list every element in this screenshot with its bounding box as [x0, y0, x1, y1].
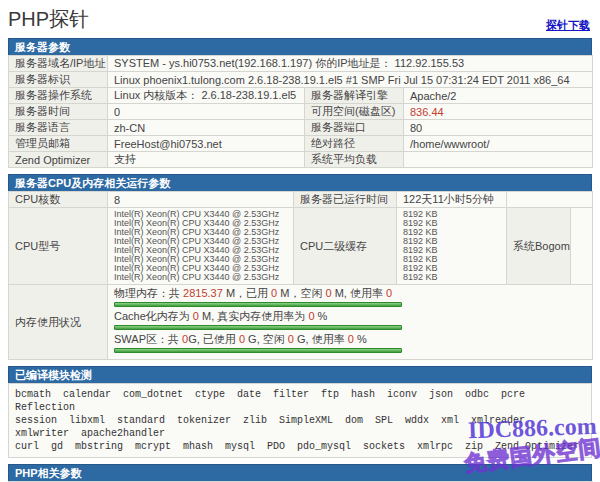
section-php-params: PHP相关参数 PHP信息（phpinfo）： PHPINFO PHP版本（ph…	[8, 464, 592, 482]
row-value: Apache/2	[404, 88, 593, 104]
row-value: 80	[404, 120, 593, 136]
row-label: 服务器域名/IP地址	[9, 56, 108, 72]
row-label: 服务器语言	[9, 120, 108, 136]
row-value: Linux 内核版本： 2.6.18-238.19.1.el5	[108, 88, 305, 104]
table-row: 服务器语言 zh-CN 服务器端口 80	[9, 120, 593, 136]
memory-stat-line: SWAP区：共 0G, 已使用 0 G, 空闲 0 G, 使用率 0 %	[114, 333, 586, 346]
memory-usage-bar	[114, 325, 402, 330]
row-value-empty	[571, 208, 593, 285]
server-params-table: 服务器域名/IP地址 SYSTEM - ys.hi0753.net(192.16…	[8, 55, 593, 168]
table-row: 服务器域名/IP地址 SYSTEM - ys.hi0753.net(192.16…	[9, 56, 593, 72]
row-value: 8	[108, 192, 294, 208]
table-row: Zend Optimizer 支持 系统平均负载	[9, 152, 593, 168]
table-row: 服务器标识 Linux phoenix1.tulong.com 2.6.18-2…	[9, 72, 593, 88]
memory-usage-bar	[114, 302, 402, 307]
row-label: Zend Optimizer	[9, 152, 108, 168]
section-modules: 已编译模块检测 bcmath calendar com_dotnet ctype…	[8, 366, 592, 458]
table-row: 管理员邮箱 FreeHost@hi0753.net 绝对路径 /home/www…	[9, 136, 593, 152]
table-row: 服务器操作系统 Linux 内核版本： 2.6.18-238.19.1.el5 …	[9, 88, 593, 104]
row-value: SYSTEM - ys.hi0753.net(192.168.1.197) 你的…	[108, 56, 593, 72]
row-label: 服务器标识	[9, 72, 108, 88]
row-label: 可用空间(磁盘区)	[305, 104, 404, 120]
row-label: CPU核数	[9, 192, 108, 208]
table-row: 服务器时间 0 可用空间(磁盘区) 836.44	[9, 104, 593, 120]
row-value	[404, 152, 593, 168]
section-modules-title: 已编译模块检测	[8, 366, 592, 383]
cpu-cache-list: 8192 KB8192 KB8192 KB8192 KB8192 KB8192 …	[403, 210, 500, 282]
section-server-params-title: 服务器参数	[8, 38, 592, 55]
row-value: Linux phoenix1.tulong.com 2.6.18-238.19.…	[108, 72, 593, 88]
module-list-line: bcmath calendar com_dotnet ctype date fi…	[15, 388, 585, 414]
module-list-line: session libxml standard tokenizer zlib S…	[15, 414, 585, 440]
row-value: 0	[108, 104, 305, 120]
topbar: PHP探针 探针下载	[8, 0, 592, 38]
row-label: 服务器端口	[305, 120, 404, 136]
row-value: 836.44	[404, 104, 593, 120]
row-label: 服务器已运行时间	[294, 192, 397, 208]
row-value: FreeHost@hi0753.net	[108, 136, 305, 152]
probe-download-link[interactable]: 探针下载	[546, 18, 590, 33]
memory-stat-line: 物理内存：共 2815.37 M，已用 0 M，空闲 0 M, 使用率 0	[114, 287, 586, 300]
section-cpu-memory-title: 服务器CPU及内存相关运行参数	[8, 174, 592, 191]
section-php-params-title: PHP相关参数	[8, 464, 592, 481]
row-value: zh-CN	[108, 120, 305, 136]
row-value: /home/wwwroot/	[404, 136, 593, 152]
cpu-model-list: Intel(R) Xeon(R) CPU X3440 @ 2.53GHzInte…	[114, 210, 287, 282]
row-value-empty	[507, 192, 593, 208]
row-label: 内存使用状况	[9, 285, 108, 360]
row-label: 服务器操作系统	[9, 88, 108, 104]
row-label: 系统平均负载	[305, 152, 404, 168]
row-label: 系统Bogomips	[507, 208, 571, 285]
memory-stat-line: Cache化内存为 0 M, 真实内存使用率为 0 %	[114, 310, 586, 323]
cpu-cache-line: 8192 KB	[403, 273, 500, 282]
row-label: 服务器解译引擎	[305, 88, 404, 104]
cpu-model-line: Intel(R) Xeon(R) CPU X3440 @ 2.53GHz	[114, 273, 287, 282]
memory-usage-bar	[114, 348, 402, 353]
memory-usage-block: 物理内存：共 2815.37 M，已用 0 M，空闲 0 M, 使用率 0Cac…	[114, 287, 586, 353]
page-title: PHP探针	[8, 6, 89, 33]
row-label: CPU型号	[9, 208, 108, 285]
table-row: 内存使用状况 物理内存：共 2815.37 M，已用 0 M，空闲 0 M, 使…	[9, 285, 593, 360]
row-label: 绝对路径	[305, 136, 404, 152]
row-label: 管理员邮箱	[9, 136, 108, 152]
module-list: bcmath calendar com_dotnet ctype date fi…	[8, 383, 592, 458]
row-label: 服务器时间	[9, 104, 108, 120]
section-server-params: 服务器参数 服务器域名/IP地址 SYSTEM - ys.hi0753.net(…	[8, 38, 592, 168]
php-probe-page: PHP探针 探针下载 服务器参数 服务器域名/IP地址 SYSTEM - ys.…	[0, 0, 600, 482]
cpu-memory-table: CPU核数 8 服务器已运行时间 122天11小时5分钟 CPU型号 Intel…	[8, 191, 593, 360]
table-row: CPU核数 8 服务器已运行时间 122天11小时5分钟	[9, 192, 593, 208]
row-value: 支持	[108, 152, 305, 168]
section-cpu-memory: 服务器CPU及内存相关运行参数 CPU核数 8 服务器已运行时间 122天11小…	[8, 174, 592, 360]
row-value: 122天11小时5分钟	[397, 192, 507, 208]
module-list-line: curl gd mbstring mcrypt mhash mysql PDO …	[15, 440, 585, 453]
row-label: CPU二级缓存	[294, 208, 397, 285]
table-row: CPU型号 Intel(R) Xeon(R) CPU X3440 @ 2.53G…	[9, 208, 593, 285]
